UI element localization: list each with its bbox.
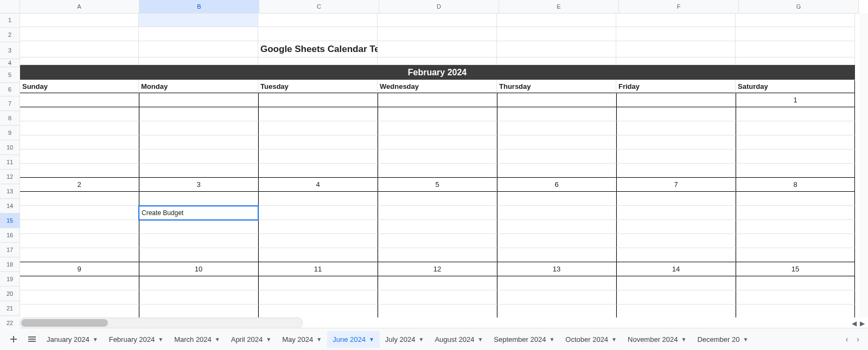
cell[interactable] [20, 27, 139, 41]
cell[interactable] [139, 27, 258, 41]
cell[interactable] [616, 164, 736, 178]
cell[interactable] [616, 41, 736, 57]
cell[interactable] [378, 304, 497, 317]
sheet-tab[interactable]: July 2024▼ [380, 331, 430, 348]
sheet-tab[interactable]: August 2024▼ [429, 331, 488, 348]
sheet-tab[interactable]: May 2024▼ [277, 331, 327, 348]
cell[interactable] [616, 290, 736, 304]
cell[interactable] [736, 135, 855, 150]
cell[interactable] [139, 41, 258, 57]
day-header[interactable]: Sunday [20, 80, 139, 93]
cell[interactable] [139, 164, 258, 178]
tab-scroll-right[interactable]: › [852, 332, 864, 347]
date-cell[interactable]: 12 [378, 262, 497, 276]
cell[interactable] [20, 234, 139, 248]
cell[interactable] [616, 248, 736, 262]
row-header-15[interactable]: 15 [0, 213, 20, 228]
cell[interactable] [497, 93, 616, 107]
cell[interactable] [139, 150, 258, 164]
cell[interactable] [736, 206, 855, 220]
cell[interactable] [378, 206, 497, 220]
sheet-tab[interactable]: February 2024▼ [104, 331, 169, 348]
cell[interactable] [736, 107, 855, 121]
cell[interactable] [258, 234, 378, 248]
cell[interactable] [378, 27, 497, 41]
row-header-14[interactable]: 14 [0, 199, 20, 213]
cell[interactable] [497, 220, 616, 234]
row-header-17[interactable]: 17 [0, 243, 20, 257]
day-header[interactable]: Wednesday [378, 80, 497, 93]
column-header-A[interactable]: A [20, 0, 139, 13]
cell[interactable] [378, 41, 497, 57]
cell[interactable] [378, 107, 497, 121]
date-cell[interactable]: 4 [258, 178, 378, 192]
cell[interactable] [616, 65, 736, 80]
cell[interactable] [139, 248, 258, 262]
chevron-down-icon[interactable]: ▼ [611, 336, 617, 342]
cell[interactable] [20, 276, 139, 290]
cell[interactable] [258, 65, 378, 80]
cell[interactable] [20, 135, 139, 150]
cell[interactable] [139, 121, 258, 135]
sheet-tab[interactable]: December 20▼ [692, 331, 754, 348]
cell[interactable] [497, 290, 616, 304]
date-cell[interactable]: 15 [736, 262, 855, 276]
row-header-7[interactable]: 7 [0, 96, 20, 111]
day-header[interactable]: Friday [616, 80, 736, 93]
cell[interactable] [258, 220, 378, 234]
cell[interactable] [20, 192, 139, 206]
cell[interactable] [736, 220, 855, 234]
date-cell[interactable]: 5 [378, 178, 497, 192]
cell[interactable] [378, 135, 497, 150]
cell[interactable] [258, 206, 378, 220]
row-header-12[interactable]: 12 [0, 170, 20, 184]
sheet-tab[interactable]: September 2024▼ [488, 331, 560, 348]
cell[interactable] [736, 41, 855, 57]
chevron-down-icon[interactable]: ▼ [369, 336, 374, 342]
sheet-tab[interactable]: October 2024▼ [560, 331, 622, 348]
cell[interactable] [736, 164, 855, 178]
cell[interactable] [497, 248, 616, 262]
cell[interactable] [20, 41, 139, 57]
cell[interactable] [258, 164, 378, 178]
chevron-down-icon[interactable]: ▼ [549, 336, 554, 342]
cell[interactable] [20, 13, 139, 27]
column-header-C[interactable]: C [259, 0, 379, 13]
cell[interactable] [497, 27, 616, 41]
cell[interactable] [616, 234, 736, 248]
cell[interactable] [20, 107, 139, 121]
row-header-13[interactable]: 13 [0, 184, 20, 199]
row-header-5[interactable]: 5 [0, 67, 20, 83]
cell[interactable] [736, 65, 855, 80]
row-header-20[interactable]: 20 [0, 287, 20, 301]
cell[interactable] [258, 107, 378, 121]
cell[interactable] [616, 276, 736, 290]
all-sheets-button[interactable] [23, 331, 41, 347]
date-cell[interactable]: 7 [616, 178, 736, 192]
nav-left-icon[interactable]: ◀ [852, 320, 857, 327]
cell[interactable] [378, 164, 497, 178]
cell[interactable] [20, 304, 139, 317]
cell[interactable] [616, 206, 736, 220]
row-header-11[interactable]: 11 [0, 155, 20, 170]
cell[interactable] [616, 150, 736, 164]
date-cell[interactable]: 2 [20, 178, 139, 192]
cell[interactable] [616, 27, 736, 41]
row-header-6[interactable]: 6 [0, 83, 20, 96]
chevron-down-icon[interactable]: ▼ [158, 336, 163, 342]
date-cell[interactable]: 3 [139, 178, 258, 192]
cell[interactable] [378, 13, 497, 27]
cell[interactable] [258, 27, 378, 41]
cell[interactable] [736, 121, 855, 135]
cell[interactable] [378, 248, 497, 262]
sheet-tab[interactable]: April 2024▼ [226, 331, 277, 348]
row-header-9[interactable]: 9 [0, 126, 20, 140]
cell[interactable] [139, 290, 258, 304]
row-header-1[interactable]: 1 [0, 13, 20, 28]
cell[interactable] [616, 93, 736, 107]
date-cell[interactable]: 8 [736, 178, 855, 192]
cell[interactable] [616, 57, 736, 65]
select-all-corner[interactable] [0, 0, 20, 14]
horizontal-scrollbar-thumb[interactable] [21, 319, 108, 327]
cell[interactable] [497, 150, 616, 164]
